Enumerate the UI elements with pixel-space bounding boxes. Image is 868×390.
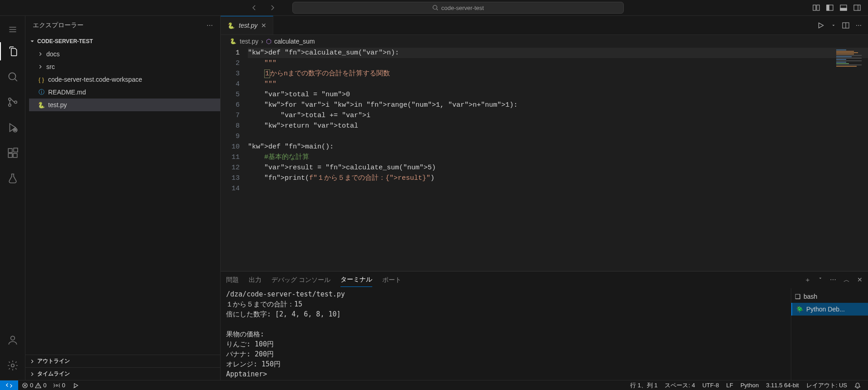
settings-gear-icon[interactable] bbox=[0, 353, 25, 378]
customize-layout-icon[interactable] bbox=[813, 4, 820, 11]
terminal-list: ❑ bash 🪲 Python Deb... bbox=[791, 288, 868, 380]
status-layout[interactable]: レイアウト: US bbox=[803, 381, 851, 390]
svg-rect-16 bbox=[14, 148, 18, 152]
status-errors[interactable]: 0 0 bbox=[18, 382, 50, 389]
status-runtime[interactable]: 3.11.5 64-bit bbox=[762, 382, 802, 389]
toggle-panel-icon[interactable] bbox=[840, 4, 847, 11]
new-terminal-icon[interactable]: ＋ bbox=[804, 276, 811, 284]
timeline-section[interactable]: タイムライン bbox=[25, 367, 220, 380]
tree-file-workspace[interactable]: { } code-server-test.code-workspace bbox=[29, 73, 220, 86]
panel-more-icon[interactable]: ⋯ bbox=[830, 276, 836, 284]
code-body[interactable]: "kw">def "fn">calculate_sum("var">n): ""… bbox=[248, 48, 868, 271]
nav-back-icon[interactable] bbox=[249, 2, 260, 13]
explorer-icon[interactable] bbox=[0, 39, 25, 64]
svg-point-11 bbox=[14, 101, 16, 103]
editor-area: 🐍 test.py ✕ ⋯ 🐍 test.py › ⬡ calculate_su… bbox=[221, 16, 868, 380]
toggle-secondary-sidebar-icon[interactable] bbox=[853, 4, 861, 11]
titlebar: code-server-test bbox=[0, 0, 868, 16]
extensions-icon[interactable] bbox=[0, 140, 25, 166]
panel-tab-debug[interactable]: デバッグ コンソール bbox=[271, 273, 330, 287]
svg-rect-6 bbox=[840, 8, 847, 10]
tree-file-testpy[interactable]: 🐍 test.py bbox=[29, 99, 220, 111]
svg-rect-15 bbox=[13, 153, 17, 158]
svg-rect-1 bbox=[813, 5, 816, 10]
search-icon[interactable] bbox=[0, 64, 25, 89]
panel-tab-terminal[interactable]: ターミナル bbox=[340, 273, 372, 287]
chevron-right-icon: › bbox=[261, 38, 263, 45]
close-icon[interactable]: ✕ bbox=[261, 22, 266, 29]
run-icon[interactable] bbox=[817, 21, 825, 30]
more-icon[interactable]: ⋯ bbox=[856, 22, 862, 29]
svg-rect-4 bbox=[827, 5, 829, 10]
statusbar: 0 0 0 行 1、列 1 スペース: 4 UTF-8 LF Python 3.… bbox=[0, 380, 868, 390]
split-editor-icon[interactable] bbox=[842, 22, 849, 29]
status-encoding[interactable]: UTF-8 bbox=[699, 382, 723, 389]
tree-folder-src[interactable]: src bbox=[29, 60, 220, 73]
testing-icon[interactable] bbox=[0, 166, 25, 191]
tree-folder-docs[interactable]: docs bbox=[29, 48, 220, 60]
svg-rect-2 bbox=[817, 5, 819, 10]
bottom-panel: 問題 出力 デバッグ コンソール ターミナル ポート ＋ ⋯ ︿ ✕ /dza/… bbox=[221, 271, 868, 380]
svg-point-17 bbox=[10, 336, 15, 340]
line-gutter: 1234567891011121314 bbox=[221, 48, 248, 271]
svg-rect-14 bbox=[8, 153, 12, 158]
panel-tab-ports[interactable]: ポート bbox=[382, 273, 401, 287]
notifications-icon[interactable] bbox=[851, 382, 864, 389]
svg-point-9 bbox=[8, 98, 10, 100]
svg-point-8 bbox=[9, 73, 15, 79]
json-icon: { } bbox=[37, 75, 45, 84]
code-editor[interactable]: 1234567891011121314 "kw">def "fn">calcul… bbox=[221, 48, 868, 271]
terminal-python-debug[interactable]: 🪲 Python Deb... bbox=[791, 303, 868, 316]
status-ports[interactable]: 0 bbox=[50, 382, 69, 389]
status-lang[interactable]: Python bbox=[737, 382, 762, 389]
status-run-icon[interactable] bbox=[69, 382, 83, 389]
editor-tabs: 🐍 test.py ✕ ⋯ bbox=[221, 16, 868, 35]
toggle-sidebar-icon[interactable] bbox=[826, 4, 833, 11]
terminal-bash[interactable]: ❑ bash bbox=[791, 290, 868, 303]
svg-rect-13 bbox=[8, 148, 12, 153]
run-dropdown-icon[interactable] bbox=[831, 23, 836, 28]
svg-point-18 bbox=[11, 364, 14, 367]
panel-tab-problems[interactable]: 問題 bbox=[226, 273, 239, 287]
python-icon: 🐍 bbox=[37, 101, 45, 109]
python-icon: 🐍 bbox=[227, 21, 235, 30]
menu-icon[interactable] bbox=[0, 20, 25, 39]
close-panel-icon[interactable]: ✕ bbox=[857, 276, 863, 284]
panel-tab-output[interactable]: 出力 bbox=[249, 273, 261, 287]
tab-testpy[interactable]: 🐍 test.py ✕ bbox=[221, 16, 273, 35]
tree-file-readme[interactable]: ⓘ README.md bbox=[29, 86, 220, 99]
sidebar-title: エクスプローラー ⋯ bbox=[25, 16, 220, 35]
folder-root[interactable]: CODE-SERVER-TEST bbox=[25, 35, 220, 48]
info-icon: ⓘ bbox=[37, 88, 45, 96]
terminal-chevron-icon[interactable] bbox=[818, 276, 823, 284]
command-center[interactable]: code-server-test bbox=[292, 2, 624, 14]
sidebar: エクスプローラー ⋯ CODE-SERVER-TEST docs src { }… bbox=[25, 16, 221, 380]
source-control-icon[interactable] bbox=[0, 89, 25, 115]
svg-rect-7 bbox=[854, 5, 860, 10]
maximize-panel-icon[interactable]: ︿ bbox=[843, 276, 850, 284]
sidebar-more-icon[interactable]: ⋯ bbox=[207, 22, 213, 29]
run-debug-icon[interactable] bbox=[0, 115, 25, 140]
status-eol[interactable]: LF bbox=[723, 382, 737, 389]
terminal-output[interactable]: /dza/code-server-test/test.py １から５までの合計：… bbox=[221, 288, 791, 380]
outline-section[interactable]: アウトライン bbox=[25, 355, 220, 367]
bug-icon: 🪲 bbox=[796, 306, 804, 313]
svg-point-0 bbox=[433, 5, 437, 10]
remote-icon[interactable] bbox=[0, 380, 18, 390]
terminal-icon: ❑ bbox=[795, 293, 801, 300]
account-icon[interactable] bbox=[0, 327, 25, 353]
python-icon: 🐍 bbox=[229, 37, 237, 45]
symbol-icon: ⬡ bbox=[266, 38, 271, 45]
search-text: code-server-test bbox=[441, 5, 484, 11]
status-spaces[interactable]: スペース: 4 bbox=[661, 381, 698, 390]
breadcrumb[interactable]: 🐍 test.py › ⬡ calculate_sum bbox=[221, 35, 868, 48]
nav-forward-icon[interactable] bbox=[267, 2, 278, 13]
minimap[interactable] bbox=[836, 49, 862, 104]
status-cursor[interactable]: 行 1、列 1 bbox=[626, 381, 661, 390]
svg-point-21 bbox=[56, 385, 58, 386]
activity-bar bbox=[0, 16, 25, 380]
svg-point-10 bbox=[8, 104, 10, 106]
